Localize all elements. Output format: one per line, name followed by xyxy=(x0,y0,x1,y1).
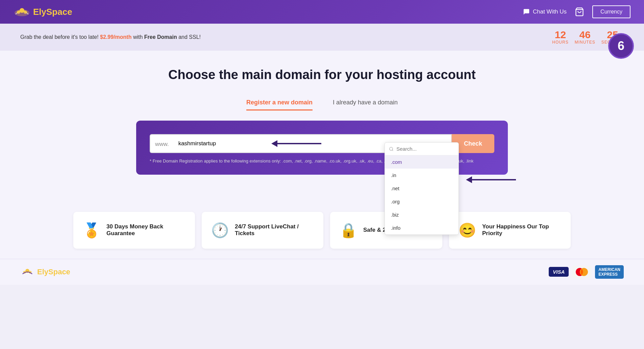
arrow-head-icon xyxy=(271,140,277,147)
header-right: Chat With Us Currency xyxy=(523,5,630,18)
search-section: www. .com Check .com .in .net xyxy=(136,121,508,175)
search-icon xyxy=(389,146,394,152)
tld-option-net[interactable]: .net xyxy=(385,182,459,195)
footer: ElySpace VISA AMERICANEXPRESS xyxy=(0,259,644,285)
tld-search-input[interactable] xyxy=(396,146,454,152)
tab-register-domain[interactable]: Register a new domain xyxy=(246,99,313,110)
mastercard-icon xyxy=(575,267,589,277)
popup-arrow-line xyxy=(472,179,516,180)
svg-point-2 xyxy=(17,10,20,14)
logo[interactable]: ElySpace xyxy=(14,5,72,18)
main-content: Choose the main domain for your hosting … xyxy=(0,51,644,195)
security-icon: 🔒 xyxy=(340,222,357,239)
tld-option-com[interactable]: .com xyxy=(385,155,459,169)
timer-hours: 12 HOURS xyxy=(552,30,568,45)
popup-arrow xyxy=(466,176,516,183)
timer-minutes-label: MINUTES xyxy=(575,40,595,45)
chat-label: Chat With Us xyxy=(533,8,567,15)
timer-hours-value: 12 xyxy=(552,30,568,40)
banner-price: $2.99/month xyxy=(100,34,131,40)
svg-point-3 xyxy=(24,10,27,14)
timer-hours-label: HOURS xyxy=(552,40,568,45)
mastercard-badge xyxy=(572,266,592,278)
money-back-icon: 🏅 xyxy=(83,222,100,239)
tab-existing-domain[interactable]: I already have a domain xyxy=(333,99,398,110)
tld-option-info[interactable]: .info xyxy=(385,221,459,234)
amex-badge: AMERICANEXPRESS xyxy=(595,265,624,279)
footer-logo-text: ElySpace xyxy=(37,268,70,276)
banner-text-mid: with xyxy=(131,34,144,40)
tld-option-biz[interactable]: .biz xyxy=(385,208,459,221)
chat-button[interactable]: Chat With Us xyxy=(523,8,567,16)
tld-option-org[interactable]: .org xyxy=(385,195,459,208)
tld-option-in[interactable]: .in xyxy=(385,169,459,182)
feature-title-1: 24/7 Support LiveChat / Tickets xyxy=(235,223,314,237)
svg-point-1 xyxy=(20,8,24,13)
input-arrow xyxy=(271,140,321,147)
tld-list: .com .in .net .org .biz .info xyxy=(385,155,459,234)
tld-search-area xyxy=(385,143,459,155)
arrow-line xyxy=(277,143,321,144)
promo-banner: Grab the deal before it's too late! $2.9… xyxy=(0,24,644,51)
payment-icons: VISA AMERICANEXPRESS xyxy=(549,265,624,279)
popup-arrow-head-icon xyxy=(466,176,472,183)
footer-logo-icon xyxy=(20,267,34,277)
feature-card-1: 🕐 24/7 Support LiveChat / Tickets xyxy=(202,212,323,249)
cart-icon[interactable] xyxy=(575,7,584,17)
www-label: www. xyxy=(150,134,174,153)
domain-tabs: Register a new domain I already have a d… xyxy=(7,99,637,110)
banner-free-domain: Free Domain xyxy=(144,34,177,40)
feature-title-0: 30 Days Money Back Guarantee xyxy=(106,223,185,237)
tld-popup: .com .in .net .org .biz .info xyxy=(385,142,459,235)
banner-text: Grab the deal before it's too late! $2.9… xyxy=(20,34,201,40)
feature-card-0: 🏅 30 Days Money Back Guarantee xyxy=(73,212,195,249)
feature-card-3: 😊 Your Happiness Our Top Priority xyxy=(449,212,571,249)
banner-text-start: Grab the deal before it's too late! xyxy=(20,34,100,40)
svg-point-5 xyxy=(390,147,393,150)
logo-text: ElySpace xyxy=(33,7,72,17)
support-icon: 🕐 xyxy=(211,222,229,239)
banner-text-end: and SSL! xyxy=(177,34,201,40)
visa-badge: VISA xyxy=(549,267,569,277)
header: ElySpace Chat With Us Currency xyxy=(0,0,644,24)
happiness-icon: 😊 xyxy=(459,222,476,239)
timer-minutes: 46 MINUTES xyxy=(575,30,595,45)
features-section: 🏅 30 Days Money Back Guarantee 🕐 24/7 Su… xyxy=(0,195,644,259)
timer-minutes-value: 46 xyxy=(575,30,595,40)
page-title: Choose the main domain for your hosting … xyxy=(7,68,637,82)
footer-logo[interactable]: ElySpace xyxy=(20,267,70,277)
feature-title-3: Your Happiness Our Top Priority xyxy=(482,223,561,237)
chat-icon xyxy=(523,8,530,16)
step-badge: 6 xyxy=(608,33,634,59)
currency-button[interactable]: Currency xyxy=(592,5,630,18)
logo-icon xyxy=(14,5,30,18)
